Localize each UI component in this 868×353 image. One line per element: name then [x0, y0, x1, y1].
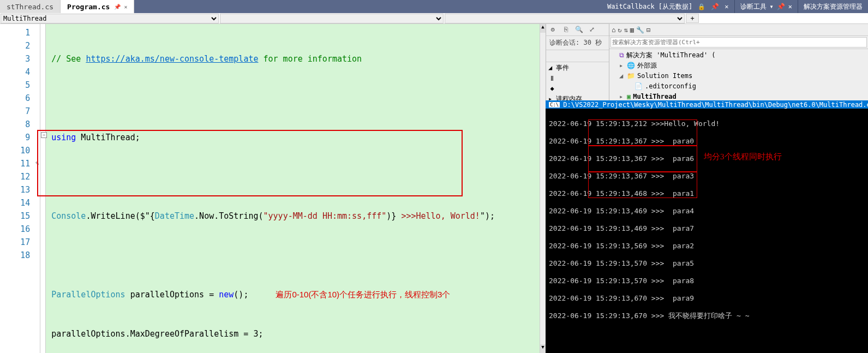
- metadata-title: WaitCallback [从元数据] 🔒 📌 ✕: [602, 0, 734, 13]
- solution-explorer-label: 解决方案资源管理器: [804, 2, 863, 11]
- console-line: 2022-06-19 15:29:13,569 >>> para2: [549, 242, 865, 250]
- solution-search-input[interactable]: [610, 37, 867, 47]
- tree-editorconfig[interactable]: 📄.editorconfig: [612, 81, 866, 92]
- diagnostics-close-icon[interactable]: ✕: [788, 3, 792, 10]
- console-line: 2022-06-19 15:29:13,468 >>> para1: [549, 189, 865, 198]
- line-number: 6: [0, 92, 30, 105]
- fold-bar: −: [40, 24, 46, 353]
- console-line: 2022-06-19 15:29:13,469 >>> para7: [549, 224, 865, 233]
- line-number: 2: [0, 39, 30, 52]
- line-number: 16: [0, 223, 30, 236]
- scroll-track[interactable]: [540, 33, 546, 344]
- line-number: 18: [0, 249, 30, 262]
- console-line: 2022-06-19 15:29:13,367 >>> para3: [549, 172, 865, 181]
- solution-search: [609, 36, 868, 49]
- tree-external-sources[interactable]: ▸🌐外部源: [612, 61, 866, 71]
- tab-program-label: Program.cs: [67, 3, 110, 11]
- events-section[interactable]: ◢ 事件: [546, 62, 609, 74]
- line-number: 14: [0, 196, 30, 210]
- line-number: 9: [0, 131, 30, 144]
- console-title-text: D:\VS2022_Project\Wesky\MultiThread\Mult…: [563, 101, 868, 109]
- add-view-button[interactable]: +: [686, 14, 699, 23]
- code-line: [51, 92, 534, 105]
- solution-toolbar: ⌂ ↻ ⇅ ▦ 🔧 ⊟: [609, 24, 868, 36]
- pin-icon[interactable]: 📌 ✕: [114, 4, 127, 10]
- code-editor[interactable]: 1 2 3 4 5 6 7 8 9 10 11 ✎ 12 13 14 15 16…: [0, 24, 546, 353]
- edit-indicator-icon: ✎: [35, 157, 39, 170]
- console-icon: C:\: [549, 102, 560, 107]
- diagnostics-tab[interactable]: 诊断工具 ▾ 📌 ✕: [734, 0, 798, 13]
- line-number: 12: [0, 170, 30, 183]
- scroll-down-icon[interactable]: ▼: [540, 344, 546, 353]
- code-line: // See https://aka.ms/new-console-templa…: [51, 52, 534, 65]
- properties-icon[interactable]: 🔧: [636, 26, 644, 34]
- gear-icon[interactable]: ⚙: [546, 24, 559, 35]
- class-dropdown[interactable]: [220, 14, 444, 23]
- diamond-row[interactable]: ◆: [546, 83, 609, 93]
- line-number: 13: [0, 183, 30, 196]
- diamond-icon: ◆: [548, 85, 556, 92]
- annotation-1: 遍历0-10(不含10)个任务进行执行，线程控制3个: [276, 288, 450, 301]
- console-output: 2022-06-19 15:29:13,212 >>>Hello, World!…: [546, 109, 868, 353]
- code-line: using MultiThread;: [51, 131, 534, 144]
- diagnostic-timeline[interactable]: [546, 50, 609, 62]
- pause-icon: Ⅱ: [548, 75, 556, 82]
- code-line: [51, 249, 534, 262]
- member-dropdown[interactable]: [445, 14, 685, 23]
- code-line: [51, 170, 534, 183]
- home-icon[interactable]: ⌂: [612, 26, 615, 34]
- document-tabbar: stThread.cs Program.cs 📌 ✕ WaitCallback …: [0, 0, 868, 13]
- sync-icon[interactable]: ⇅: [624, 26, 627, 34]
- pause-row[interactable]: Ⅱ: [546, 74, 609, 83]
- collapse-icon[interactable]: ⊟: [646, 26, 650, 34]
- console-line: 2022-06-19 15:29:13,570 >>> para8: [549, 277, 865, 285]
- namespace-dropdown[interactable]: MultiThread: [1, 14, 219, 23]
- console-window[interactable]: C:\ D:\VS2022_Project\Wesky\MultiThread\…: [546, 100, 868, 353]
- console-annotation-text: 均分3个线程同时执行: [704, 152, 782, 161]
- diagnostics-toolbar: ⚙ ⎘ 🔍 ⤢: [546, 24, 609, 36]
- navigation-bar: MultiThread +: [0, 13, 868, 24]
- showall-icon[interactable]: ▦: [630, 26, 634, 34]
- console-line: 2022-06-19 15:29:13,670 >>> para9: [549, 294, 865, 303]
- diagnostic-session-label: 诊断会话: 30 秒: [546, 36, 609, 50]
- solution-explorer-tab[interactable]: 解决方案资源管理器: [798, 0, 868, 13]
- diagnostics-pin-icon[interactable]: 📌: [777, 3, 785, 10]
- close-icon[interactable]: ✕: [725, 3, 728, 10]
- editor-scrollbar[interactable]: ▲ ▼: [540, 24, 546, 353]
- tab-program[interactable]: Program.cs 📌 ✕: [61, 0, 134, 13]
- tab-stthread[interactable]: stThread.cs: [0, 0, 61, 13]
- diagnostics-dropdown-icon[interactable]: ▾: [770, 3, 774, 10]
- solution-root[interactable]: ⧉解决方案 'MultiThread' (: [612, 50, 866, 61]
- console-titlebar[interactable]: C:\ D:\VS2022_Project\Wesky\MultiThread\…: [546, 101, 868, 109]
- code-line: parallelOptions.MaxDegreeOfParallelism =…: [51, 327, 534, 340]
- line-number: 17: [0, 236, 30, 249]
- console-line: 2022-06-19 15:29:13,670 >>> 我不晓得要打印啥子 ~ …: [549, 312, 865, 320]
- diagnostics-tab-label: 诊断工具: [740, 2, 767, 11]
- tree-solution-items[interactable]: ◢📁Solution Items: [612, 71, 866, 81]
- refresh-icon[interactable]: ↻: [618, 26, 621, 34]
- line-number: 15: [0, 210, 30, 223]
- lock-icon: 🔒: [698, 3, 705, 10]
- line-number: 11: [0, 157, 30, 170]
- line-number: 5: [0, 79, 30, 92]
- code-area[interactable]: // See https://aka.ms/new-console-templa…: [46, 24, 540, 353]
- tabbar-filler: [134, 0, 602, 13]
- line-number: 3: [0, 52, 30, 65]
- record-icon[interactable]: ⎘: [559, 24, 572, 35]
- line-number: 1: [0, 26, 30, 39]
- console-line: 2022-06-19 15:29:13,469 >>> para4: [549, 207, 865, 216]
- console-line: 2022-06-19 15:29:13,570 >>> para5: [549, 259, 865, 268]
- zoom-icon[interactable]: 🔍: [572, 24, 585, 35]
- console-line: 2022-06-19 15:29:13,367 >>> para0: [549, 137, 865, 146]
- code-line: ParallelOptions parallelOptions = new();…: [51, 288, 534, 301]
- metadata-pin-icon[interactable]: 📌: [711, 3, 719, 10]
- console-line: 2022-06-19 15:29:13,212 >>>Hello, World!: [549, 119, 865, 128]
- line-number: 10: [0, 144, 30, 157]
- code-line: Console.WriteLine($"{DateTime.Now.ToStri…: [51, 210, 534, 223]
- scroll-up-icon[interactable]: ▲: [540, 24, 546, 33]
- line-number: 8: [0, 118, 30, 131]
- metadata-title-text: WaitCallback [从元数据]: [607, 2, 692, 11]
- expand-icon[interactable]: ⤢: [585, 24, 598, 35]
- line-number: 7: [0, 105, 30, 118]
- line-number: 4: [0, 65, 30, 79]
